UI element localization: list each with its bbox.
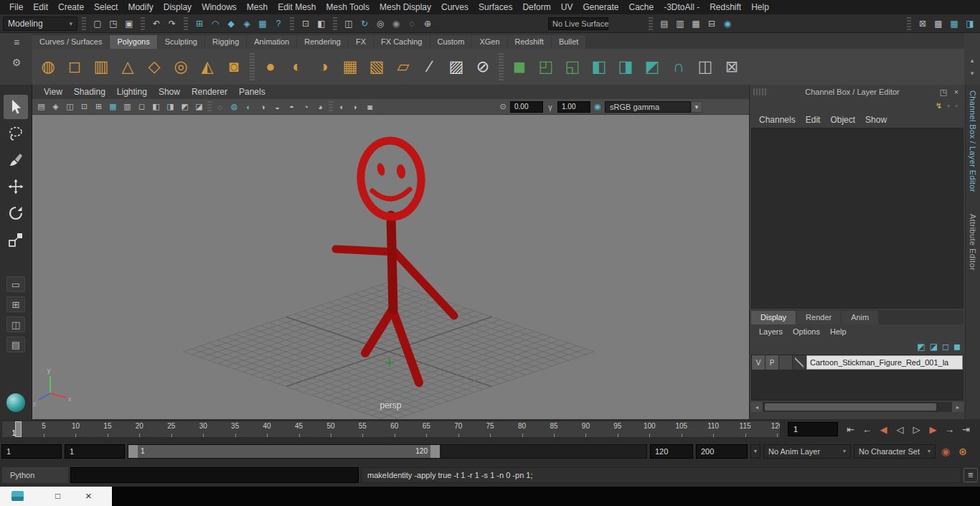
layer-display-type-toggle[interactable] bbox=[779, 355, 793, 370]
menu-mesh-tools[interactable]: Mesh Tools bbox=[321, 0, 374, 14]
channel-box-menu-edit[interactable]: Edit bbox=[801, 115, 826, 125]
multi-cut-icon[interactable]: ⊘ bbox=[471, 55, 495, 79]
exposure-field[interactable]: 0.00 bbox=[510, 101, 543, 113]
menu-deform[interactable]: Deform bbox=[517, 0, 555, 14]
menu-redshift[interactable]: Redshift bbox=[705, 0, 746, 14]
layer-color-swatch[interactable] bbox=[793, 355, 806, 370]
gate-mask-icon[interactable]: ◧ bbox=[149, 100, 163, 113]
boolean-union-icon[interactable]: ◼ bbox=[507, 55, 532, 79]
panel-menu-renderer[interactable]: Renderer bbox=[186, 85, 233, 99]
animation-start-field[interactable]: 1 bbox=[1, 444, 62, 459]
layer-playback-toggle[interactable]: P bbox=[765, 355, 779, 370]
step-forward-key-button[interactable]: ▶ bbox=[925, 421, 941, 437]
attribute-editor-toggle-icon[interactable]: ◨ bbox=[963, 17, 977, 31]
separator-grip[interactable] bbox=[82, 17, 86, 30]
textured-icon[interactable]: ◐ bbox=[242, 100, 255, 113]
dock-tab-channel-box-layer-editor[interactable]: Channel Box / Layer Editor bbox=[969, 90, 977, 192]
film-gate-icon[interactable]: ▥ bbox=[121, 100, 134, 113]
shelf-tab-redshift[interactable]: Redshift bbox=[508, 35, 551, 49]
layer-menu-help[interactable]: Help bbox=[825, 327, 852, 336]
layer-name[interactable]: Cartoon_Stickman_Figure_Red_001_la bbox=[806, 355, 963, 370]
playback-end-field[interactable]: 120 bbox=[650, 444, 693, 459]
redo-icon[interactable]: ↷ bbox=[165, 17, 179, 31]
round-cylinder-icon[interactable]: ◑ bbox=[311, 55, 336, 79]
resolution-gate-icon[interactable]: ◻ bbox=[135, 100, 149, 113]
panel-menu-panels[interactable]: Panels bbox=[233, 85, 271, 99]
current-frame-indicator[interactable] bbox=[15, 421, 22, 437]
create-empty-layer-icon[interactable]: ◻ bbox=[942, 342, 949, 352]
shelf-menu-icon[interactable]: ≡ bbox=[10, 36, 23, 49]
motion-blur-icon[interactable]: ◔ bbox=[299, 100, 313, 113]
menu-display[interactable]: Display bbox=[159, 0, 197, 14]
command-input[interactable] bbox=[70, 467, 359, 483]
scrollbar-thumb[interactable] bbox=[765, 403, 936, 411]
poly-diamond-icon[interactable]: ◇ bbox=[142, 55, 166, 79]
panel-menu-shading[interactable]: Shading bbox=[68, 85, 111, 99]
layer-menu-options[interactable]: Options bbox=[788, 327, 825, 336]
shadows-icon[interactable]: ◒ bbox=[270, 100, 284, 113]
menu-select[interactable]: Select bbox=[89, 0, 123, 14]
menu-file[interactable]: File bbox=[4, 0, 28, 14]
menu-3dtoall[interactable]: -3DtoAll - bbox=[659, 0, 705, 14]
character-set-combo[interactable]: No Character Set ▾ bbox=[854, 444, 936, 459]
menu-surfaces[interactable]: Surfaces bbox=[473, 0, 517, 14]
camera-bookmark-icon[interactable]: ◫ bbox=[63, 100, 77, 113]
boolean-intersection-icon[interactable]: ◱ bbox=[560, 55, 585, 79]
maximize-icon[interactable]: □ bbox=[55, 492, 64, 500]
snap-to-point-icon[interactable]: ◆ bbox=[224, 17, 238, 31]
ring-b-icon[interactable]: ◉ bbox=[389, 17, 403, 31]
layer-menu-layers[interactable]: Layers bbox=[754, 327, 788, 336]
layer-tab-display[interactable]: Display bbox=[751, 311, 796, 324]
safe-action-icon[interactable]: ◩ bbox=[178, 100, 192, 113]
wire-sphere-icon[interactable]: ◐ bbox=[285, 55, 309, 79]
scale-tool[interactable] bbox=[4, 228, 28, 252]
separate-icon[interactable]: ◨ bbox=[613, 55, 638, 79]
separator-grip[interactable] bbox=[141, 17, 145, 30]
four-pane-layout-button[interactable]: ⊞ bbox=[6, 296, 25, 312]
play-forwards-button[interactable]: ▷ bbox=[908, 421, 925, 437]
anti-aliasing-icon[interactable]: ◕ bbox=[314, 100, 327, 113]
shelf-scroll-down-icon[interactable]: ▾ bbox=[971, 70, 974, 77]
layer-tab-anim[interactable]: Anim bbox=[842, 311, 878, 324]
channel-box-menu-show[interactable]: Show bbox=[860, 115, 892, 125]
shelf-tab-xgen[interactable]: XGen bbox=[472, 35, 507, 49]
two-d-pan-zoom-icon[interactable]: ⊞ bbox=[92, 100, 105, 113]
lasso-tool[interactable] bbox=[4, 121, 28, 146]
scrollbar-track[interactable] bbox=[763, 402, 952, 412]
shelf-tab-fx-caching[interactable]: FX Caching bbox=[374, 35, 429, 49]
menu-mesh-display[interactable]: Mesh Display bbox=[374, 0, 436, 14]
script-editor-icon[interactable]: ≣ bbox=[963, 468, 978, 482]
menu-uv[interactable]: UV bbox=[556, 0, 578, 14]
layer-row[interactable]: V P Cartoon_Stickman_Figure_Red_001_la bbox=[752, 355, 963, 370]
layer-list-hscrollbar[interactable]: ◂ ▸ bbox=[751, 402, 963, 412]
panel-menu-view[interactable]: View bbox=[38, 85, 68, 99]
mirror-icon[interactable]: ◫ bbox=[693, 55, 717, 79]
select-camera-icon[interactable]: ▤ bbox=[34, 100, 48, 113]
shelf-tab-sculpting[interactable]: Sculpting bbox=[158, 35, 204, 49]
menu-edit-mesh[interactable]: Edit Mesh bbox=[273, 0, 321, 14]
snap-to-curve-icon[interactable]: ◠ bbox=[208, 17, 222, 31]
separator-grip[interactable] bbox=[649, 17, 653, 30]
curve-pencil-icon[interactable]: ∕ bbox=[418, 55, 442, 79]
playback-speed-arrow[interactable]: ▾ bbox=[750, 444, 760, 459]
range-start-handle[interactable] bbox=[128, 445, 138, 458]
close-icon[interactable]: × bbox=[85, 489, 92, 502]
perspective-viewport[interactable]: ViewShadingLightingShowRendererPanels ▤◈… bbox=[32, 85, 749, 419]
shelf-tab-bullet[interactable]: Bullet bbox=[552, 35, 586, 49]
color-management-icon[interactable]: ◉ bbox=[592, 102, 603, 111]
menu-mesh[interactable]: Mesh bbox=[242, 0, 273, 14]
poly-cylinder-icon[interactable]: ▥ bbox=[89, 55, 113, 79]
quad-draw-icon[interactable]: ▨ bbox=[444, 55, 468, 79]
dock-tab-attribute-editor[interactable]: Attribute Editor bbox=[969, 214, 977, 271]
make-live-icon[interactable]: ⊕ bbox=[420, 17, 435, 31]
poly-cone-icon[interactable]: △ bbox=[116, 55, 140, 79]
step-back-frame-button[interactable]: ← bbox=[859, 421, 875, 437]
app-icon[interactable] bbox=[11, 491, 24, 501]
safe-title-icon[interactable]: ◪ bbox=[192, 100, 206, 113]
command-language-button[interactable]: Python bbox=[2, 467, 68, 483]
poly-pyramid-icon[interactable]: ◭ bbox=[195, 55, 220, 79]
move-tool[interactable] bbox=[4, 174, 28, 199]
auto-keyframe-icon[interactable]: ⊛ bbox=[956, 444, 970, 459]
snap-to-grid-icon[interactable]: ⊞ bbox=[192, 17, 207, 31]
channel-box-menu-object[interactable]: Object bbox=[825, 115, 860, 125]
